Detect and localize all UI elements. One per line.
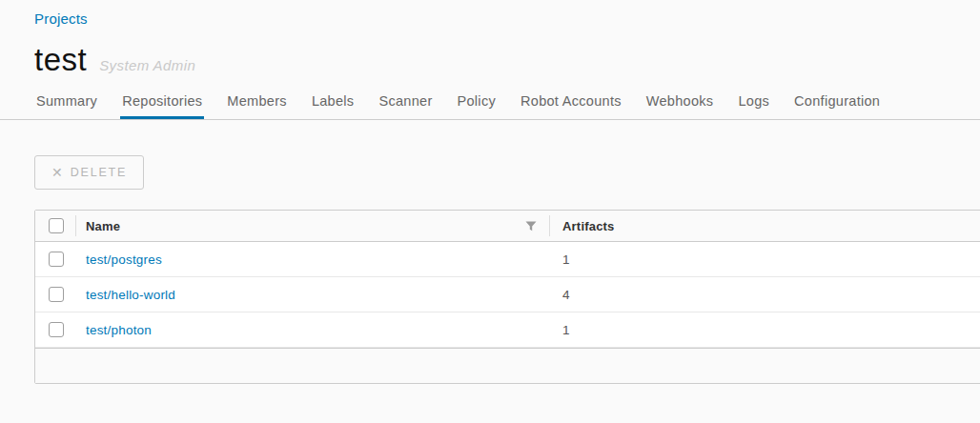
repo-name-cell: test/postgres bbox=[75, 251, 549, 268]
column-header-name: Name bbox=[86, 219, 120, 233]
tab-logs[interactable]: Logs bbox=[736, 88, 771, 119]
table-row: test/hello-world4 bbox=[35, 277, 980, 312]
header-cell-name: Name bbox=[76, 219, 549, 233]
tab-configuration[interactable]: Configuration bbox=[792, 88, 882, 119]
artifacts-count-cell: 1 bbox=[549, 252, 980, 267]
tabs: SummaryRepositoriesMembersLabelsScannerP… bbox=[34, 88, 980, 119]
tab-repositories[interactable]: Repositories bbox=[120, 88, 204, 119]
repo-name-cell: test/photon bbox=[75, 321, 549, 338]
header-cell-artifacts: Artifacts bbox=[550, 217, 980, 234]
repo-link[interactable]: test/postgres bbox=[86, 252, 162, 267]
delete-button-label: DELETE bbox=[71, 166, 127, 179]
page-title: test bbox=[34, 44, 87, 75]
role-badge: System Admin bbox=[99, 57, 195, 73]
row-checkbox[interactable] bbox=[49, 287, 64, 302]
row-checkbox-cell bbox=[35, 287, 75, 302]
row-checkbox-cell bbox=[35, 252, 75, 267]
tab-policy[interactable]: Policy bbox=[456, 88, 498, 119]
header-checkbox-cell bbox=[35, 218, 75, 233]
repo-name-cell: test/hello-world bbox=[75, 286, 549, 303]
repo-link[interactable]: test/photon bbox=[86, 323, 152, 337]
page-header: test System Admin bbox=[34, 44, 980, 75]
tab-members[interactable]: Members bbox=[225, 88, 289, 119]
table-body: test/postgres1test/hello-world4test/phot… bbox=[35, 242, 980, 348]
repositories-toolbar: ✕ DELETE bbox=[34, 155, 980, 190]
table-footer bbox=[35, 348, 980, 383]
breadcrumb-projects-link[interactable]: Projects bbox=[34, 0, 88, 27]
row-checkbox[interactable] bbox=[49, 252, 64, 267]
row-checkbox-cell bbox=[35, 322, 75, 337]
tab-summary[interactable]: Summary bbox=[34, 88, 99, 119]
delete-button[interactable]: ✕ DELETE bbox=[34, 155, 144, 190]
tab-labels[interactable]: Labels bbox=[310, 88, 357, 119]
artifacts-count-cell: 1 bbox=[549, 323, 980, 337]
row-checkbox[interactable] bbox=[49, 322, 64, 337]
table-header-row: Name Artifacts bbox=[35, 211, 980, 242]
select-all-checkbox[interactable] bbox=[49, 218, 64, 233]
tab-robot-accounts[interactable]: Robot Accounts bbox=[519, 88, 623, 119]
tab-webhooks[interactable]: Webhooks bbox=[644, 88, 716, 119]
table-row: test/photon1 bbox=[35, 312, 980, 348]
table-row: test/postgres1 bbox=[35, 242, 980, 277]
tab-scanner[interactable]: Scanner bbox=[377, 88, 434, 119]
filter-icon[interactable] bbox=[525, 221, 537, 232]
artifacts-count-cell: 4 bbox=[549, 288, 980, 302]
repositories-table: Name Artifacts test/postgres1test/hello-… bbox=[34, 210, 980, 384]
project-detail-page: Projects test System Admin SummaryReposi… bbox=[0, 0, 980, 423]
column-header-artifacts: Artifacts bbox=[562, 219, 615, 233]
repo-link[interactable]: test/hello-world bbox=[86, 288, 175, 302]
x-icon: ✕ bbox=[51, 165, 63, 180]
project-tabs-bar: SummaryRepositoriesMembersLabelsScannerP… bbox=[0, 88, 980, 120]
